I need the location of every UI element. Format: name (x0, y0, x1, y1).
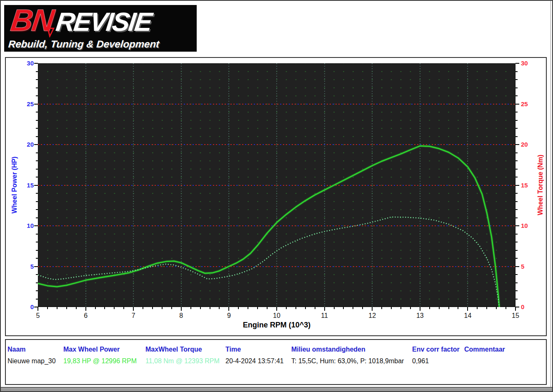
column-header: Max Wheel Power (63, 346, 120, 353)
x-minor-tick (334, 307, 335, 309)
y-minor-tick-right (515, 250, 518, 251)
y-minor-tick-right (515, 299, 518, 300)
x-minor-tick (286, 307, 287, 309)
x-minor-tick (305, 307, 306, 309)
curves-layer (38, 63, 515, 307)
x-axis-title: Engine RPM (10^3) (38, 321, 515, 330)
bn-revisie-logo: BNREVISIE Rebuild, Tuning & Development (4, 5, 197, 52)
y-tick-label-right: 25 (521, 100, 536, 107)
x-minor-tick (448, 307, 449, 309)
x-tick-label: 6 (78, 312, 93, 320)
x-minor-tick (219, 307, 220, 309)
y-tick-label-right: 30 (521, 60, 536, 67)
x-tick-label: 14 (460, 312, 475, 320)
y-minor-tick-right (515, 234, 518, 235)
x-tick-label: 7 (126, 312, 141, 320)
x-minor-tick (410, 307, 411, 309)
x-minor-tick (76, 307, 77, 309)
column-header: Milieu omstandigheden (291, 346, 365, 353)
y-minor-tick-left (36, 290, 38, 291)
x-major-tick (276, 307, 277, 311)
x-minor-tick (95, 307, 96, 309)
x-minor-tick (190, 307, 191, 309)
y-minor-tick-left (36, 112, 38, 112)
y-minor-tick-left (36, 87, 38, 88)
x-minor-tick (104, 307, 105, 309)
column-header: Commentaar (464, 346, 505, 353)
y-tick-label-right: 15 (521, 182, 536, 189)
x-minor-tick (295, 307, 296, 309)
x-minor-tick (248, 307, 248, 309)
y-minor-tick-right (515, 95, 518, 96)
y-major-tick-left (34, 144, 38, 145)
cell-value: T: 15,5C, Hum: 63,0%, P: 1018,9mbar (291, 357, 404, 365)
x-minor-tick (57, 307, 58, 309)
y-tick-label-left: 0 (19, 303, 34, 310)
y-major-tick-right (515, 104, 519, 105)
y-tick-label-right: 10 (521, 222, 536, 229)
y-tick-label-left: 25 (19, 100, 34, 107)
y-minor-tick-left (36, 152, 38, 153)
cell-value: Nieuwe map_30 (8, 357, 56, 365)
y-minor-tick-left (36, 160, 38, 161)
y-minor-tick-left (36, 169, 38, 170)
y-minor-tick-right (515, 177, 518, 177)
y-minor-tick-right (515, 112, 518, 112)
y-minor-tick-right (515, 217, 518, 218)
y-minor-tick-left (36, 120, 38, 121)
x-minor-tick (152, 307, 153, 309)
y-minor-tick-left (36, 71, 38, 72)
x-tick-label: 12 (365, 312, 380, 320)
x-minor-tick (162, 307, 163, 309)
y-minor-tick-right (515, 79, 518, 80)
x-minor-tick (66, 307, 67, 309)
x-tick-label: 9 (221, 312, 236, 320)
x-major-tick (372, 307, 373, 311)
y-minor-tick-left (36, 299, 38, 300)
y-tick-label-left: 20 (19, 141, 34, 148)
x-major-tick (515, 307, 516, 311)
dyno-report-page: BNREVISIE Rebuild, Tuning & Development … (0, 0, 553, 392)
x-major-tick (85, 307, 86, 311)
y-minor-tick-right (515, 71, 518, 72)
x-major-tick (467, 307, 468, 311)
x-major-tick (420, 307, 420, 311)
torque-curve (38, 217, 499, 307)
y-minor-tick-right (515, 290, 518, 291)
y-minor-tick-left (36, 217, 38, 218)
y-major-tick-left (34, 63, 38, 64)
y-minor-tick-left (36, 128, 38, 129)
y-minor-tick-left (36, 79, 38, 80)
x-tick-label: 11 (317, 312, 332, 320)
x-minor-tick (496, 307, 497, 309)
window-bottom-bar (1, 388, 552, 391)
window-right-edge (550, 1, 551, 387)
y-minor-tick-left (36, 282, 38, 283)
y-major-tick-right (515, 144, 519, 145)
logo-wordmark: BNREVISIE (9, 5, 153, 39)
plot-region: 5678910111213141500551010151520202525303… (38, 63, 515, 307)
y-minor-tick-right (515, 274, 518, 275)
x-major-tick (181, 307, 182, 311)
results-table: NaamNieuwe map_30Max Wheel Power19,83 HP… (5, 339, 547, 385)
logo-triangle-icon (45, 27, 54, 39)
window-bottom-line (1, 387, 552, 388)
x-major-tick (324, 307, 325, 311)
y-major-tick-right (515, 266, 519, 267)
x-minor-tick (391, 307, 392, 309)
x-minor-tick (486, 307, 487, 309)
x-minor-tick (400, 307, 401, 309)
cell-value: 19,83 HP @ 12996 RPM (63, 357, 137, 365)
y-minor-tick-left (36, 193, 38, 194)
y-minor-tick-left (36, 95, 38, 96)
y-tick-label-left: 10 (19, 222, 34, 229)
y-tick-label-right: 5 (521, 263, 536, 270)
y-tick-label-left: 5 (19, 263, 34, 270)
x-tick-label: 5 (30, 312, 45, 320)
column-header: Time (225, 346, 241, 353)
y-minor-tick-left (36, 177, 38, 177)
y-major-tick-right (515, 225, 519, 226)
x-minor-tick (429, 307, 430, 309)
x-minor-tick (238, 307, 239, 309)
column-header: Naam (8, 346, 26, 353)
